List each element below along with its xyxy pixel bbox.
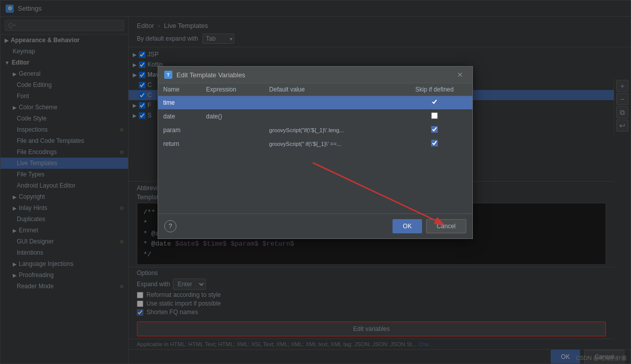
- dialog-action-buttons: OK Cancel: [393, 219, 466, 233]
- dialog-table: Name Expression Default value Skip if de…: [158, 83, 472, 214]
- table-row-time[interactable]: time: [158, 96, 472, 110]
- cell-name-time: time: [158, 96, 201, 110]
- cell-expr-date: date(): [201, 110, 264, 124]
- cell-default-param: groovyScript("if(\'${_1}\'.leng...: [264, 124, 397, 137]
- skip-checkbox-time[interactable]: [431, 99, 438, 105]
- cell-expr-return: [201, 137, 264, 151]
- cell-skip-date: [397, 110, 472, 124]
- dialog-cancel-button[interactable]: Cancel: [426, 219, 466, 233]
- help-button[interactable]: ?: [164, 220, 176, 232]
- table-row-param[interactable]: param groovyScript("if(\'${_1}\'.leng...: [158, 124, 472, 137]
- dialog-icon: T: [164, 71, 172, 79]
- dialog-close-button[interactable]: ✕: [454, 70, 466, 80]
- dialog-footer: ? OK Cancel: [158, 214, 472, 238]
- dialog-title: Edit Template Variables: [176, 71, 454, 79]
- dialog-title-bar: T Edit Template Variables ✕: [158, 67, 472, 83]
- watermark: CSDN @吃海的虾酱: [576, 354, 627, 362]
- table-row-return[interactable]: return groovyScript(" if(\'${_1}\' ==...: [158, 137, 472, 151]
- edit-template-variables-dialog: T Edit Template Variables ✕ Name Express…: [158, 66, 473, 239]
- col-default-value: Default value: [264, 83, 397, 96]
- cell-skip-return: [397, 137, 472, 151]
- cell-name-date: date: [158, 110, 201, 124]
- cell-skip-param: [397, 124, 472, 137]
- cell-expr-param: [201, 124, 264, 137]
- cell-default-return: groovyScript(" if(\'${_1}\' ==...: [264, 137, 397, 151]
- cell-default-date: [264, 110, 397, 124]
- skip-checkbox-param[interactable]: [431, 126, 438, 133]
- cell-name-return: return: [158, 137, 201, 151]
- col-name: Name: [158, 83, 201, 96]
- cell-default-time: [264, 96, 397, 110]
- col-expression: Expression: [201, 83, 264, 96]
- dialog-ok-button[interactable]: OK: [393, 219, 422, 233]
- skip-checkbox-date[interactable]: [431, 112, 438, 119]
- cell-name-param: param: [158, 124, 201, 137]
- cell-expr-time: [201, 96, 264, 110]
- table-row-date[interactable]: date date(): [158, 110, 472, 124]
- cell-skip-time: [397, 96, 472, 110]
- dialog-overlay: T Edit Template Variables ✕ Name Express…: [0, 0, 631, 364]
- settings-window: ⚙ Settings ▶ Appearance & Behavior Keyma…: [0, 0, 631, 364]
- col-skip: Skip if defined: [397, 83, 472, 96]
- skip-checkbox-return[interactable]: [431, 140, 438, 146]
